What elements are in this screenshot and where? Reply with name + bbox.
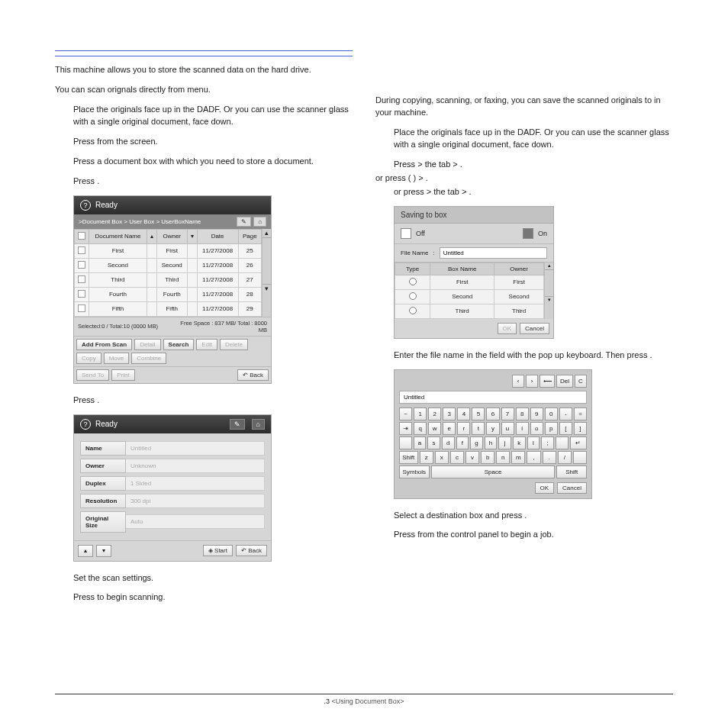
detail-button[interactable]: Detail <box>134 339 160 350</box>
panel1-title: Ready <box>95 201 118 209</box>
table-row: FirstFirst <box>395 275 544 289</box>
search-button[interactable]: Search <box>163 339 195 350</box>
cancel-button[interactable]: Cancel <box>520 323 549 334</box>
original-size-row: Original SizeAuto <box>80 511 265 533</box>
table-row: FourthFourth11/27/200828 <box>75 287 262 301</box>
scan-from-menu: You can scan orignals directly from menu… <box>55 84 353 96</box>
space-key[interactable]: Space <box>431 465 556 478</box>
off-toggle[interactable] <box>401 228 411 239</box>
file-name-label: File Name <box>401 250 428 256</box>
press-line-3: or press > the tab > . <box>394 186 673 198</box>
edit-button[interactable]: Edit <box>196 339 217 350</box>
table-row: ThirdThird <box>395 304 544 318</box>
keyboard-input[interactable] <box>399 391 587 404</box>
right-intro: During copying, scanning, or faxing, you… <box>375 95 673 119</box>
resolution-row: Resolution300 dpi <box>80 494 265 508</box>
next-button[interactable]: ▾ <box>96 545 111 557</box>
edit-path-button[interactable]: ✎ <box>237 217 251 227</box>
send-to-button[interactable]: Send To <box>76 369 109 381</box>
table-row: FirstFirst11/27/200825 <box>75 243 262 258</box>
section-heading-rule-2 <box>55 56 353 56</box>
next-key[interactable]: › <box>526 375 538 388</box>
clear-key[interactable]: C <box>575 375 587 388</box>
kb-ok-button[interactable]: OK <box>535 482 555 494</box>
section-name: <Using Document Box> <box>331 697 404 705</box>
row-select[interactable] <box>409 307 417 314</box>
move-button[interactable]: Move <box>104 353 130 364</box>
step-press-box: Press a document box with which you need… <box>73 156 353 168</box>
back-button[interactable]: ↶ Back <box>237 369 269 381</box>
ok-button[interactable]: OK <box>498 323 517 334</box>
right-column: During copying, scanning, or faxing, you… <box>375 46 673 611</box>
panel1-breadcrumb: >Document Box > User Box > UserBoxName ✎… <box>74 214 271 229</box>
prev-button[interactable]: ▴ <box>78 545 93 557</box>
box-table: TypeBox NameOwner FirstFirst SecondSecon… <box>395 263 544 319</box>
table-row: ThirdThird11/27/200827 <box>75 272 262 287</box>
scrollbar[interactable]: ▴ ▾ <box>544 263 553 319</box>
home-button[interactable]: ⌂ <box>253 217 266 227</box>
stb-title: Saving to box <box>395 207 553 224</box>
prev-key[interactable]: ‹ <box>512 375 524 388</box>
symbols-key[interactable]: Symbols <box>399 465 430 478</box>
table-row: SecondSecond11/27/200826 <box>75 258 262 272</box>
sort-menu-icon[interactable]: ▾ <box>187 229 197 243</box>
step-place-originals: Place the originals face up in the DADF.… <box>73 104 353 128</box>
back-button[interactable]: ↶ Back <box>236 545 267 556</box>
kb-cancel-button[interactable]: Cancel <box>557 482 587 494</box>
section-heading-rule-1 <box>55 50 353 51</box>
step-press-from-screen: Press from the screen. <box>73 136 353 148</box>
page-content: This machine allows you to store the sca… <box>0 0 728 642</box>
duplex-row: Duplex1 Sided <box>80 476 265 491</box>
backspace-key[interactable]: ⟵ <box>540 375 555 388</box>
select-all-checkbox[interactable] <box>78 232 85 240</box>
press-line-1: Press > the tab > . <box>394 159 673 171</box>
onscreen-keyboard: ‹ › ⟵ Del C ~1234567890-= ⇥qwertyuiop[] … <box>394 369 592 499</box>
add-from-scan-button[interactable]: Add From Scan <box>76 339 132 350</box>
step-press-control: Press from the control panel to begin a … <box>394 529 673 541</box>
enter-key[interactable]: ↵ <box>570 436 587 449</box>
document-box-panel: ? Ready >Document Box > User Box > UserB… <box>73 195 272 384</box>
owner-row: OwnerUnknown <box>80 459 265 473</box>
step-set-scan: Set the scan settings. <box>73 572 353 585</box>
intro-text: This machine allows you to store the sca… <box>55 64 353 76</box>
step-press-after: Press . <box>73 395 353 407</box>
scan-settings-panel: ? Ready ✎ ⌂ NameUntitled OwnerUnknown Du… <box>73 414 272 562</box>
copy-button[interactable]: Copy <box>76 353 101 364</box>
press-line-2: or press ( ) > . <box>375 172 673 185</box>
sort-arrow-icon[interactable]: ▴ <box>147 229 156 243</box>
settings-button[interactable]: ✎ <box>230 419 245 430</box>
document-table: Document Name ▴ Owner ▾ Date Page FirstF… <box>74 229 262 317</box>
scrollbar[interactable]: ▴ ▾ <box>262 229 271 317</box>
table-row: FifthFifth11/27/200829 <box>75 301 262 316</box>
row-select[interactable] <box>409 292 417 300</box>
name-row: NameUntitled <box>80 441 265 456</box>
row-select[interactable] <box>409 278 417 285</box>
print-button[interactable]: Print <box>111 369 134 381</box>
step-press-begin: Press to begin scanning. <box>73 591 353 604</box>
combine-button[interactable]: Combine <box>131 353 166 364</box>
page-footer: .3 <Using Document Box> <box>55 694 673 705</box>
page-number: .3 <box>324 697 330 705</box>
help-icon[interactable]: ? <box>80 200 91 211</box>
step-press: Press . <box>73 176 353 188</box>
home-button[interactable]: ⌂ <box>252 419 265 430</box>
shift-key[interactable]: Shift <box>556 465 587 478</box>
step-filename: Enter the file name in the field with th… <box>394 350 673 362</box>
file-name-input[interactable] <box>440 247 547 259</box>
on-toggle[interactable] <box>523 228 533 239</box>
step-place-right: Place the originals face up in the DADF.… <box>394 127 673 151</box>
step-select-dest: Select a destination box and press . <box>394 510 673 522</box>
saving-to-box-panel: Saving to box Off On File Name: TypeBox … <box>394 206 554 339</box>
freespace-info: Free Space : 837 MB/ Total : 8000 MB <box>174 320 269 333</box>
start-button[interactable]: ◈ Start <box>203 545 233 556</box>
selected-info: Selected:0 / Total:10 (0000 MB) <box>76 323 172 330</box>
help-icon[interactable]: ? <box>80 419 91 430</box>
delete-button[interactable]: Delete <box>220 339 248 350</box>
left-column: This machine allows you to store the sca… <box>55 46 353 611</box>
del-key[interactable]: Del <box>556 375 573 388</box>
panel2-titlebar: ? Ready ✎ ⌂ <box>74 415 271 433</box>
panel1-titlebar: ? Ready <box>74 196 271 214</box>
panel2-title: Ready <box>95 420 118 428</box>
table-row: SecondSecond <box>395 289 544 304</box>
